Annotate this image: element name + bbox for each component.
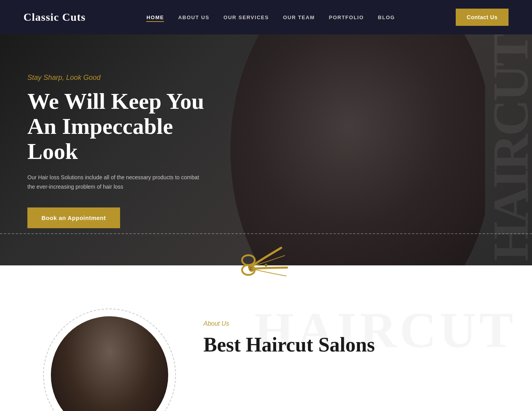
svg-point-5 xyxy=(242,255,255,265)
hero-watermark: HAIRCUT xyxy=(485,34,532,261)
dashed-divider xyxy=(0,233,532,234)
book-appointment-button[interactable]: Book an Appointment xyxy=(27,207,120,228)
nav-link-team[interactable]: OUR TEAM xyxy=(283,14,315,20)
nav-item-blog[interactable]: BLOG xyxy=(378,14,395,21)
hero-tagline: Stay Sharp, Look Good xyxy=(27,74,227,82)
about-image-container xyxy=(23,312,188,411)
nav-item-services[interactable]: OUR SERVICES xyxy=(223,14,269,21)
nav-link-blog[interactable]: BLOG xyxy=(378,14,395,20)
nav-item-team[interactable]: OUR TEAM xyxy=(283,14,315,21)
about-watermark: HAIRCUT xyxy=(254,301,516,359)
about-section: HAIRCUT About Us Best Haircut Salons xyxy=(0,289,532,411)
nav-item-about[interactable]: ABOUT US xyxy=(178,14,209,21)
contact-button[interactable]: Contact Us xyxy=(456,9,509,26)
nav-links: HOME ABOUT US OUR SERVICES OUR TEAM PORT… xyxy=(146,14,395,21)
nav-item-portfolio[interactable]: PORTFOLIO xyxy=(329,14,364,21)
hero-section: HAIRCUT Stay Sharp, Look Good We Will Ke… xyxy=(0,34,532,265)
hero-description: Our Hair loss Solutions include all of t… xyxy=(27,173,207,192)
nav-item-home[interactable]: HOME xyxy=(146,14,164,21)
brand-logo[interactable]: Classic Cuts xyxy=(23,11,86,23)
svg-point-4 xyxy=(264,264,267,267)
nav-link-services[interactable]: OUR SERVICES xyxy=(223,14,269,20)
nav-link-about[interactable]: ABOUT US xyxy=(178,14,209,20)
navbar: Classic Cuts HOME ABOUT US OUR SERVICES … xyxy=(0,0,532,34)
hero-content: Stay Sharp, Look Good We Will Keep You A… xyxy=(0,34,227,228)
scissors-decoration xyxy=(0,242,532,289)
nav-link-home[interactable]: HOME xyxy=(146,14,164,22)
hero-title: We Will Keep You An Impeccable Look xyxy=(27,89,227,164)
nav-link-portfolio[interactable]: PORTFOLIO xyxy=(329,14,364,20)
about-text: HAIRCUT About Us Best Haircut Salons xyxy=(188,312,509,411)
scissors-icon xyxy=(231,242,301,289)
hero-figure xyxy=(211,34,485,265)
